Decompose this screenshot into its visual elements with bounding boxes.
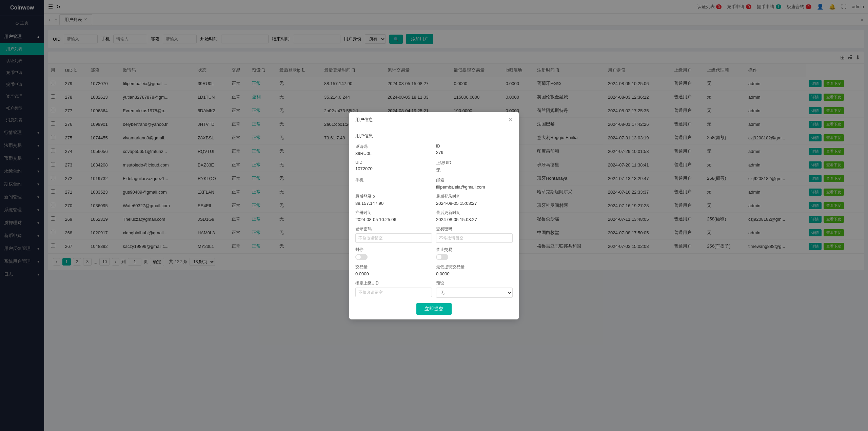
phone-field: 手机 — [355, 177, 432, 190]
freeze-toggle[interactable] — [355, 254, 368, 260]
invite-code-field: 邀请码 39RU0L — [355, 144, 432, 156]
freeze-label: 封停 — [355, 247, 432, 253]
modal-form-row-7: 封停 禁止交易 — [355, 247, 513, 260]
last-ip-field: 最后登录ip 88.157.147.90 — [355, 194, 432, 206]
modal-form-row-8: 交易量 0.0000 最低提现交易量 0.0000 — [355, 264, 513, 276]
trade-pwd-field: 交易密码 — [436, 226, 513, 243]
trade-pwd-label: 交易密码 — [436, 226, 513, 232]
preset-label: 预设 — [436, 280, 513, 286]
modal-form-row-6: 登录密码 交易密码 — [355, 226, 513, 243]
freeze-toggle-row — [355, 254, 432, 260]
freeze-field: 封停 — [355, 247, 432, 260]
reg-time-label: 注册时间 — [355, 210, 432, 216]
login-pwd-field: 登录密码 — [355, 226, 432, 243]
reg-time-value: 2024-08-05 10:25:06 — [355, 217, 432, 222]
trade-vol-value: 0.0000 — [355, 271, 432, 276]
last-login-value: 2024-08-05 15:08:27 — [436, 201, 513, 206]
trade-vol-field: 交易量 0.0000 — [355, 264, 432, 276]
login-pwd-input[interactable] — [355, 233, 432, 243]
parent-uid-value: 无 — [436, 167, 513, 173]
id-label: ID — [436, 144, 513, 149]
submit-button[interactable]: 立即提交 — [416, 303, 452, 315]
modal-title: 用户信息 — [355, 117, 373, 123]
modal-form-row-5: 注册时间 2024-08-05 10:25:06 最后更新时间 2024-08-… — [355, 210, 513, 222]
last-login-field: 最后登录时间 2024-08-05 15:08:27 — [436, 194, 513, 206]
modal-form-row-9: 指定上级UID 预设 无 — [355, 280, 513, 298]
modal-close-button[interactable]: ✕ — [508, 117, 513, 123]
phone-value — [355, 184, 432, 190]
uid-value: 1072070 — [355, 166, 432, 171]
modal-overlay[interactable]: 用户信息 ✕ 用户信息 邀请码 39RU0L ID 279 UID 107207… — [0, 0, 868, 431]
phone-label: 手机 — [355, 177, 432, 183]
modal-form-row-3: 手机 邮箱 filipembaleia@gmail.com — [355, 177, 513, 190]
last-ip-label: 最后登录ip — [355, 194, 432, 199]
last-update-field: 最后更新时间 2024-08-05 15:08:27 — [436, 210, 513, 222]
disable-trade-toggle-row — [436, 254, 513, 260]
invite-code-label: 邀请码 — [355, 144, 432, 150]
last-login-label: 最后登录时间 — [436, 194, 513, 199]
parent-uid-field: 上级UID 无 — [436, 160, 513, 173]
parent-uid-assign-field: 指定上级UID — [355, 280, 432, 298]
min-withdraw-modal-field: 最低提现交易量 0.0000 — [436, 264, 513, 276]
user-info-modal: 用户信息 ✕ 用户信息 邀请码 39RU0L ID 279 UID 107207… — [349, 112, 519, 319]
last-ip-value: 88.157.147.90 — [355, 201, 432, 206]
preset-select[interactable]: 无 — [436, 288, 513, 298]
reg-time-field: 注册时间 2024-08-05 10:25:06 — [355, 210, 432, 222]
modal-header: 用户信息 ✕ — [349, 112, 519, 128]
email-modal-field: 邮箱 filipembaleia@gmail.com — [436, 177, 513, 190]
id-field: ID 279 — [436, 144, 513, 156]
email-modal-label: 邮箱 — [436, 177, 513, 183]
uid-label: UID — [355, 160, 432, 165]
trade-vol-label: 交易量 — [355, 264, 432, 270]
last-update-value: 2024-08-05 15:08:27 — [436, 217, 513, 222]
id-value: 279 — [436, 150, 513, 155]
modal-section-title: 用户信息 — [355, 133, 513, 139]
modal-form-row-2: UID 1072070 上级UID 无 — [355, 160, 513, 173]
min-withdraw-modal-label: 最低提现交易量 — [436, 264, 513, 270]
email-modal-value: filipembaleia@gmail.com — [436, 184, 513, 190]
parent-uid-assign-input[interactable] — [355, 288, 432, 297]
disable-trade-toggle[interactable] — [436, 254, 448, 260]
preset-field: 预设 无 — [436, 280, 513, 298]
modal-form-row-4: 最后登录ip 88.157.147.90 最后登录时间 2024-08-05 1… — [355, 194, 513, 206]
uid-field: UID 1072070 — [355, 160, 432, 173]
login-pwd-label: 登录密码 — [355, 226, 432, 232]
parent-uid-assign-label: 指定上级UID — [355, 280, 432, 286]
invite-code-value: 39RU0L — [355, 151, 432, 156]
last-update-label: 最后更新时间 — [436, 210, 513, 216]
disable-trade-field: 禁止交易 — [436, 247, 513, 260]
min-withdraw-modal-value: 0.0000 — [436, 271, 513, 276]
modal-form-row-1: 邀请码 39RU0L ID 279 — [355, 144, 513, 156]
modal-body: 用户信息 邀请码 39RU0L ID 279 UID 1072070 上级UID — [349, 128, 519, 319]
disable-trade-label: 禁止交易 — [436, 247, 513, 253]
parent-uid-label: 上级UID — [436, 160, 513, 166]
trade-pwd-input[interactable] — [436, 233, 513, 243]
